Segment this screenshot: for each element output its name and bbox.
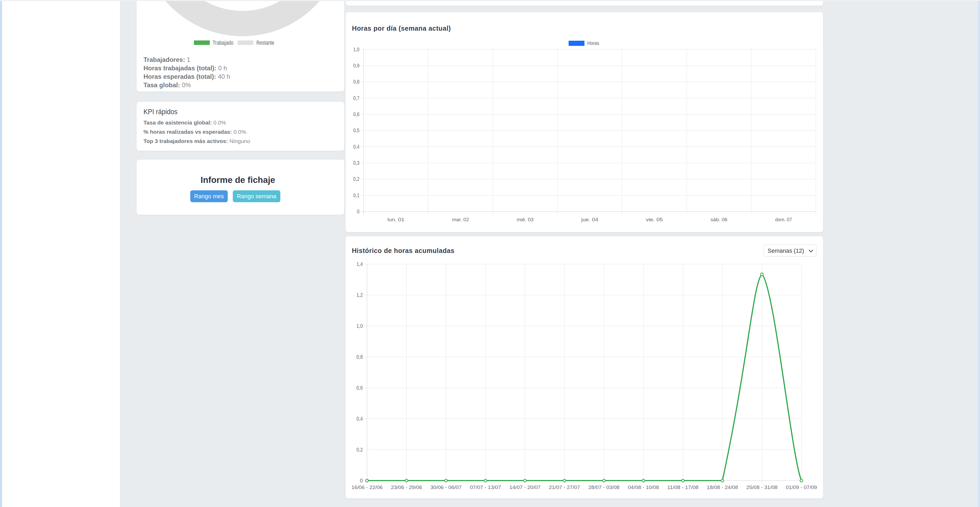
svg-text:07/07 - 13/07: 07/07 - 13/07 [470, 485, 501, 490]
svg-text:14/07 - 20/07: 14/07 - 20/07 [509, 485, 541, 490]
svg-text:0,4: 0,4 [356, 416, 363, 422]
svg-text:Horas: Horas [587, 40, 599, 46]
svg-text:lun. 01: lun. 01 [387, 217, 404, 222]
svg-text:1,0: 1,0 [353, 46, 360, 53]
svg-text:mié. 03: mié. 03 [517, 217, 533, 222]
svg-text:Horas por día (semana actual): Horas por día (semana actual) [352, 25, 451, 32]
svg-text:0: 0 [360, 478, 363, 483]
svg-text:0,3: 0,3 [353, 160, 360, 166]
svg-text:0,7: 0,7 [353, 95, 360, 101]
svg-text:23/06 - 29/06: 23/06 - 29/06 [391, 485, 422, 490]
svg-text:1,0: 1,0 [356, 323, 363, 329]
svg-text:1,2: 1,2 [356, 292, 363, 298]
svg-text:Restante: Restante [256, 39, 274, 46]
svg-text:18/08 - 24/08: 18/08 - 24/08 [707, 485, 738, 490]
svg-text:1,4: 1,4 [356, 261, 363, 267]
svg-text:0,6: 0,6 [353, 111, 360, 117]
svg-text:mar. 02: mar. 02 [452, 217, 469, 222]
svg-text:0,2: 0,2 [353, 176, 360, 182]
svg-text:0,1: 0,1 [353, 193, 360, 198]
svg-text:dom. 07: dom. 07 [775, 217, 792, 222]
svg-text:0,4: 0,4 [353, 144, 360, 150]
svg-text:11/08 - 17/08: 11/08 - 17/08 [667, 485, 698, 490]
svg-text:04/08 - 10/08: 04/08 - 10/08 [628, 485, 659, 490]
svg-text:0,6: 0,6 [356, 385, 363, 391]
svg-text:sáb. 06: sáb. 06 [711, 217, 727, 222]
svg-text:vie. 05: vie. 05 [646, 217, 663, 222]
svg-text:0: 0 [357, 209, 360, 214]
svg-text:30/06 - 06/07: 30/06 - 06/07 [430, 485, 461, 490]
svg-text:Histórico de horas acumuladas: Histórico de horas acumuladas [352, 247, 455, 254]
svg-text:0,2: 0,2 [356, 447, 363, 453]
svg-text:28/07 - 03/08: 28/07 - 03/08 [589, 485, 620, 490]
svg-text:0,8: 0,8 [353, 79, 360, 84]
svg-text:Trabajado: Trabajado [212, 39, 233, 46]
svg-text:21/07 - 27/07: 21/07 - 27/07 [549, 485, 580, 490]
svg-text:16/06 - 22/06: 16/06 - 22/06 [352, 485, 383, 490]
svg-text:0,8: 0,8 [356, 354, 363, 360]
svg-text:0,5: 0,5 [353, 128, 360, 133]
svg-text:01/09 - 07/09: 01/09 - 07/09 [786, 485, 817, 490]
svg-text:25/08 - 31/08: 25/08 - 31/08 [746, 485, 778, 490]
svg-text:jue. 04: jue. 04 [581, 217, 598, 222]
svg-text:0,9: 0,9 [353, 63, 360, 69]
